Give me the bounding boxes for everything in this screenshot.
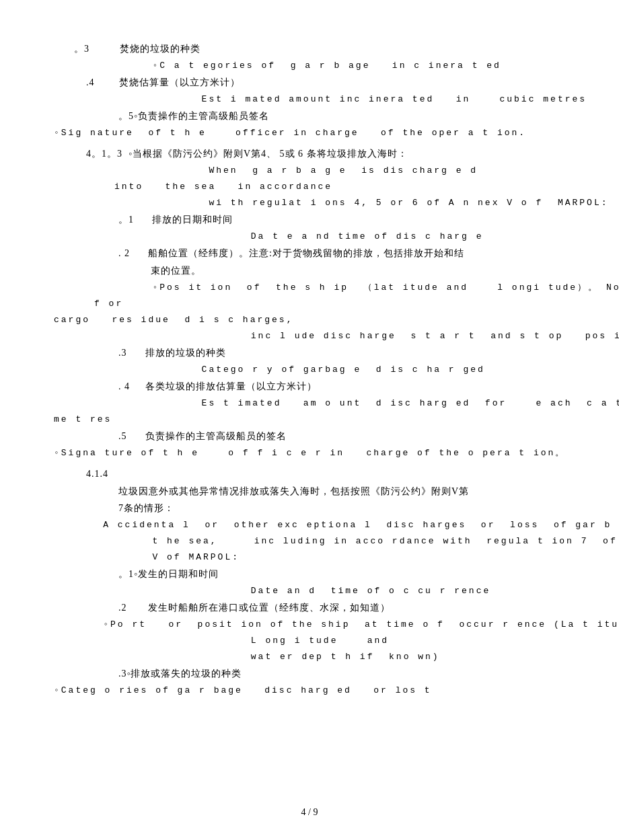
line-413-3: wi th regulat i ons 4, 5 or 6 of A n nex… bbox=[114, 195, 565, 211]
line-414-7: Date an d time of o c cu r rence bbox=[135, 583, 565, 599]
line-413-14: Es t imated am o unt d isc harg ed for e… bbox=[114, 395, 565, 412]
line-414-1: 垃圾因意外或其他异常情况排放或落失入海时，包括按照《防污公约》附则V第 bbox=[94, 483, 565, 500]
line-413-1: 4。1。3 ◦当根据《防污公约》附则V第4、 5或 6 条将垃圾排放入海时： bbox=[74, 145, 565, 163]
line-413-17: ◦Signa ture of t h e o f f i c e r in ch… bbox=[54, 445, 565, 461]
line-413-10: inc l ude disc harge s t a r t and s t o… bbox=[135, 328, 565, 344]
line-413-2: When g a r b a g e is dis charg e d into… bbox=[114, 163, 565, 195]
line-3-2: ◦C a t egories of g a r b age in c inera… bbox=[94, 58, 565, 74]
line-3-1: 。3 焚烧的垃圾的种类 bbox=[74, 40, 565, 58]
line-413-13: . 4 各类垃圾的排放估算量（以立方米计） bbox=[94, 378, 565, 395]
line-3-5: 。5◦负责操作的主管高级船员签名 bbox=[94, 108, 565, 125]
line-413-6: . 2 船舶位置（经纬度）。注意:对于货物残留物的排放，包括排放开始和结 bbox=[94, 245, 565, 262]
line-3-4: Est i mated amount inc inera ted in cubi… bbox=[114, 91, 565, 108]
line-414-5: V of MARPOL: bbox=[94, 549, 565, 566]
line-413-8: ◦Pos it ion of the s h ip （lat itude and… bbox=[94, 280, 565, 312]
section-4-1-4: 4.1.4 垃圾因意外或其他异常情况排放或落失入海时，包括按照《防污公约》附则V… bbox=[54, 465, 565, 699]
line-414-10: L ong i tude and bbox=[135, 633, 565, 649]
line-413-11: .3 排放的垃圾的种类 bbox=[94, 344, 565, 362]
line-413-12: Catego r y of garbag e d is c ha r ged bbox=[114, 362, 565, 378]
page-number: 4 / 9 bbox=[301, 807, 318, 817]
line-414-9: ◦Po rt or posit ion of the ship at time … bbox=[74, 617, 565, 633]
line-414-11: wat er dep t h if kno wn) bbox=[135, 649, 565, 665]
line-414-2: 7条的情形： bbox=[94, 500, 565, 517]
line-414-0: 4.1.4 bbox=[74, 465, 565, 483]
line-414-4: t he sea, inc luding in acco rdance with… bbox=[94, 533, 565, 549]
line-413-9: cargo res idue d i s c harges, bbox=[54, 312, 565, 328]
section-3: 。3 焚烧的垃圾的种类 ◦C a t egories of g a r b ag… bbox=[54, 40, 565, 141]
line-414-12: .3◦排放或落失的垃圾的种类 bbox=[94, 665, 565, 683]
line-413-15: me t res bbox=[54, 412, 565, 428]
line-3-3: .4 焚烧估算量（以立方米计） bbox=[74, 74, 565, 91]
line-413-7: 束的位置。 bbox=[114, 262, 565, 280]
line-413-4: 。1 排放的日期和时间 bbox=[94, 211, 565, 229]
section-4-1-3: 4。1。3 ◦当根据《防污公约》附则V第4、 5或 6 条将垃圾排放入海时： W… bbox=[54, 145, 565, 461]
page-footer: 4 / 9 bbox=[54, 807, 565, 818]
line-413-16: .5 负责操作的主管高级船员的签名 bbox=[94, 428, 565, 445]
line-414-6: 。1◦发生的日期和时间 bbox=[94, 566, 565, 583]
line-414-8: .2 发生时船舶所在港口或位置（经纬度、水深，如知道） bbox=[94, 599, 565, 617]
line-414-3: A ccidenta l or other exc eptiona l disc… bbox=[74, 517, 565, 533]
line-413-5: Da t e a nd time of dis c harg e bbox=[135, 229, 565, 245]
line-3-6: ◦Sig nature of t h e officer in charge o… bbox=[54, 125, 565, 141]
line-414-13: ◦Categ o ries of ga r bage disc harg ed … bbox=[54, 683, 565, 699]
page-container: 。3 焚烧的垃圾的种类 ◦C a t egories of g a r b ag… bbox=[54, 40, 565, 780]
